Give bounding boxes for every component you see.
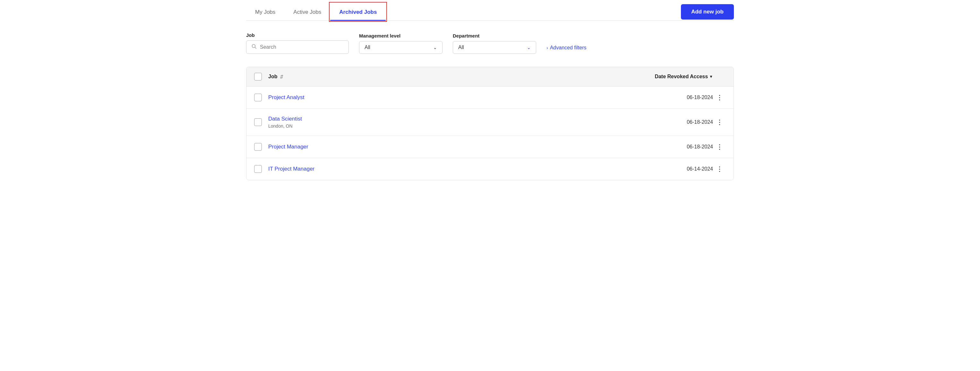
row-1-date: 06-18-2024 — [643, 95, 713, 100]
row-3-job-info: Project Manager — [268, 144, 643, 150]
job-search-wrapper — [246, 40, 349, 54]
filters-row: Job Management level All ⌄ Department — [246, 21, 734, 62]
tab-active-jobs[interactable]: Active Jobs — [284, 3, 330, 21]
management-level-label: Management level — [359, 33, 442, 38]
row-2-job-info: Data Scientist London, ON — [268, 116, 643, 128]
row-4-checkbox[interactable] — [254, 165, 262, 173]
advanced-filters-chevron-icon: › — [546, 45, 548, 50]
row-1-dots-icon: ⋮ — [716, 94, 723, 101]
date-column-header: Date Revoked Access ▼ — [643, 74, 713, 79]
date-sort-icon[interactable]: ▼ — [709, 75, 713, 79]
management-level-filter-group: Management level All ⌄ — [359, 33, 442, 54]
row-4-job-title[interactable]: IT Project Manager — [268, 166, 643, 172]
row-3-checkbox[interactable] — [254, 143, 262, 151]
advanced-filters-label: Advanced filters — [550, 45, 587, 51]
row-1-job-info: Project Analyst — [268, 94, 643, 101]
search-icon — [251, 44, 257, 50]
department-label: Department — [453, 33, 536, 38]
tabs-bar: My Jobs Active Jobs Archived Jobs Add ne… — [246, 0, 734, 21]
table-row: Project Manager 06-18-2024 ⋮ — [247, 136, 733, 158]
row-1-job-title[interactable]: Project Analyst — [268, 94, 643, 101]
advanced-filters-button[interactable]: › Advanced filters — [546, 42, 587, 54]
row-1-actions-button[interactable]: ⋮ — [713, 94, 726, 101]
department-filter-group: Department All ⌄ — [453, 33, 536, 54]
management-level-select[interactable]: All ⌄ — [359, 41, 442, 54]
svg-line-1 — [255, 48, 256, 49]
row-4-job-info: IT Project Manager — [268, 166, 643, 172]
row-4-actions-button[interactable]: ⋮ — [713, 165, 726, 173]
row-3-date: 06-18-2024 — [643, 144, 713, 150]
add-new-job-button[interactable]: Add new job — [681, 4, 734, 19]
row-2-job-title[interactable]: Data Scientist — [268, 116, 643, 122]
jobs-table: Job ⇵ Date Revoked Access ▼ Project Anal… — [246, 67, 734, 180]
job-column-header: Job ⇵ — [268, 74, 643, 79]
row-2-checkbox[interactable] — [254, 118, 262, 126]
row-3-dots-icon: ⋮ — [716, 143, 723, 151]
job-filter-group: Job — [246, 32, 349, 54]
management-level-chevron-icon: ⌄ — [433, 45, 437, 50]
row-4-dots-icon: ⋮ — [716, 165, 723, 173]
tab-my-jobs[interactable]: My Jobs — [246, 3, 284, 21]
table-header: Job ⇵ Date Revoked Access ▼ — [247, 67, 733, 87]
department-chevron-icon: ⌄ — [527, 45, 531, 50]
row-2-dots-icon: ⋮ — [716, 119, 723, 126]
job-filter-label: Job — [246, 32, 349, 38]
select-all-checkbox[interactable] — [254, 73, 262, 81]
management-level-value: All — [364, 44, 370, 50]
table-row: IT Project Manager 06-14-2024 ⋮ — [247, 158, 733, 180]
row-2-job-location: London, ON — [268, 124, 643, 128]
row-1-checkbox[interactable] — [254, 94, 262, 101]
department-select[interactable]: All ⌄ — [453, 41, 536, 54]
search-input[interactable] — [260, 44, 344, 50]
table-row: Project Analyst 06-18-2024 ⋮ — [247, 87, 733, 109]
row-3-job-title[interactable]: Project Manager — [268, 144, 643, 150]
job-sort-icon[interactable]: ⇵ — [280, 75, 283, 79]
tab-archived-jobs[interactable]: Archived Jobs — [330, 3, 386, 21]
row-3-actions-button[interactable]: ⋮ — [713, 143, 726, 151]
table-row: Data Scientist London, ON 06-18-2024 ⋮ — [247, 109, 733, 136]
row-2-actions-button[interactable]: ⋮ — [713, 118, 726, 126]
department-value: All — [458, 44, 464, 50]
row-2-date: 06-18-2024 — [643, 119, 713, 125]
row-4-date: 06-14-2024 — [643, 166, 713, 172]
